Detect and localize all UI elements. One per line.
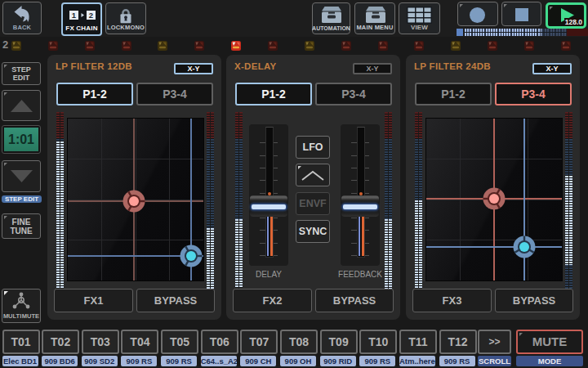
svg-text:2: 2 (89, 11, 93, 20)
svg-text:1: 1 (72, 11, 77, 20)
